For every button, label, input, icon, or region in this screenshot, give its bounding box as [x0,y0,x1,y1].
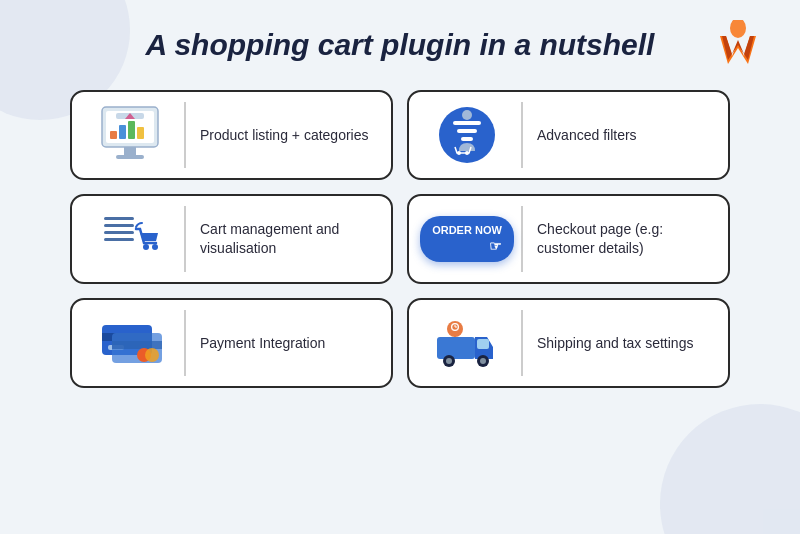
svg-point-38 [480,358,486,364]
card-advanced-filters: Advanced filters [407,90,730,180]
svg-point-25 [152,244,158,250]
svg-rect-8 [119,125,126,139]
svg-rect-15 [457,129,477,133]
product-listing-label: Product listing + categories [186,126,377,145]
cart-management-label: Cart management and visualisation [186,220,377,258]
payment-icon-area [86,310,186,376]
card-shipping: Shipping and tax settings [407,298,730,388]
shipping-label: Shipping and tax settings [523,334,714,353]
svg-rect-34 [477,339,489,349]
svg-rect-7 [110,131,117,139]
checkout-label: Checkout page (e.g: customer details) [523,220,714,258]
order-now-icon: ORDER NOW [420,216,514,262]
order-now-icon-area: ORDER NOW [423,206,523,272]
header-row: A shopping cart plugin in a nutshell [40,28,760,62]
advanced-filters-label: Advanced filters [523,126,714,145]
card-checkout: ORDER NOW Checkout page (e.g: customer d… [407,194,730,284]
svg-rect-20 [104,217,134,220]
cart-management-icon [94,205,166,273]
svg-point-24 [143,244,149,250]
svg-rect-22 [104,231,134,234]
svg-rect-10 [137,127,144,139]
svg-point-17 [462,110,472,120]
card-product-listing: Product listing + categories [70,90,393,180]
payment-integration-icon [94,309,166,377]
svg-point-0 [730,20,746,38]
page-title: A shopping cart plugin in a nutshell [146,28,655,62]
product-listing-icon [94,101,166,169]
page-wrapper: A shopping cart plugin in a nutshell [0,0,800,534]
svg-rect-16 [461,137,473,141]
svg-rect-33 [437,337,475,359]
svg-rect-23 [104,238,134,241]
feature-grid: Product listing + categories [70,90,730,388]
logo-w-icon [716,20,760,72]
product-listing-icon-area [86,102,186,168]
svg-rect-5 [124,147,136,155]
shipping-icon [431,309,503,377]
card-cart-management: Cart management and visualisation [70,194,393,284]
svg-rect-30 [112,341,162,349]
svg-point-36 [446,358,452,364]
shipping-icon-area [423,310,523,376]
svg-rect-21 [104,224,134,227]
svg-rect-14 [453,121,481,125]
card-payment: Payment Integration [70,298,393,388]
advanced-filters-icon [431,101,503,169]
advanced-filters-icon-area [423,102,523,168]
svg-point-32 [145,348,159,362]
payment-label: Payment Integration [186,334,377,353]
svg-rect-9 [128,121,135,139]
svg-rect-6 [116,155,144,159]
cart-management-icon-area [86,206,186,272]
